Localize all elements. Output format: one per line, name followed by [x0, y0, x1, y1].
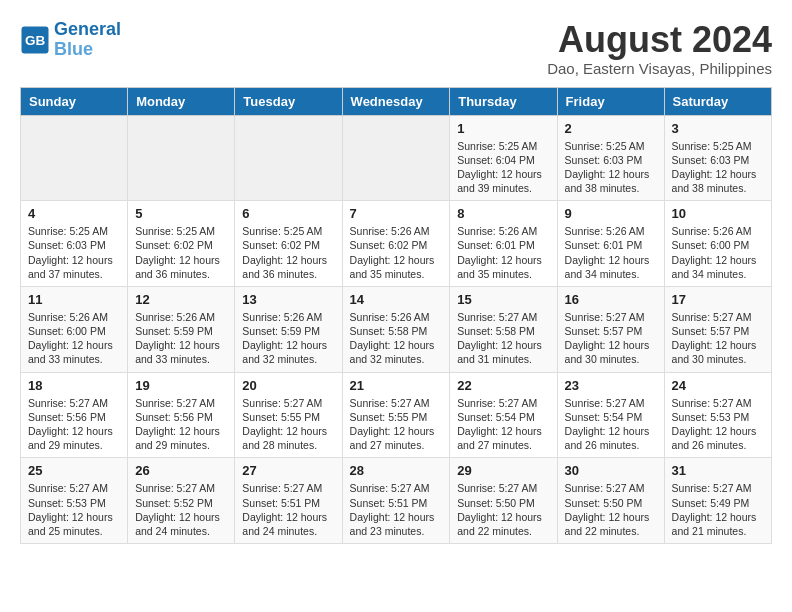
day-info: Sunrise: 5:27 AMSunset: 5:49 PMDaylight:…	[672, 481, 764, 538]
day-info: Sunrise: 5:27 AMSunset: 5:51 PMDaylight:…	[242, 481, 334, 538]
day-number: 18	[28, 378, 120, 393]
day-info: Sunrise: 5:27 AMSunset: 5:52 PMDaylight:…	[135, 481, 227, 538]
week-row-4: 18Sunrise: 5:27 AMSunset: 5:56 PMDayligh…	[21, 372, 772, 458]
calendar-cell: 3Sunrise: 5:25 AMSunset: 6:03 PMDaylight…	[664, 115, 771, 201]
day-number: 6	[242, 206, 334, 221]
day-number: 27	[242, 463, 334, 478]
calendar-cell: 21Sunrise: 5:27 AMSunset: 5:55 PMDayligh…	[342, 372, 450, 458]
day-info: Sunrise: 5:27 AMSunset: 5:56 PMDaylight:…	[28, 396, 120, 453]
page-header: GB GeneralBlue August 2024 Dao, Eastern …	[20, 20, 772, 77]
day-info: Sunrise: 5:26 AMSunset: 6:01 PMDaylight:…	[565, 224, 657, 281]
svg-text:GB: GB	[25, 32, 46, 47]
week-row-5: 25Sunrise: 5:27 AMSunset: 5:53 PMDayligh…	[21, 458, 772, 544]
day-number: 2	[565, 121, 657, 136]
day-info: Sunrise: 5:25 AMSunset: 6:03 PMDaylight:…	[565, 139, 657, 196]
logo: GB GeneralBlue	[20, 20, 121, 60]
day-info: Sunrise: 5:26 AMSunset: 5:59 PMDaylight:…	[135, 310, 227, 367]
day-number: 31	[672, 463, 764, 478]
header-monday: Monday	[128, 87, 235, 115]
day-number: 4	[28, 206, 120, 221]
location-subtitle: Dao, Eastern Visayas, Philippines	[547, 60, 772, 77]
calendar-cell	[235, 115, 342, 201]
calendar-cell: 2Sunrise: 5:25 AMSunset: 6:03 PMDaylight…	[557, 115, 664, 201]
day-info: Sunrise: 5:25 AMSunset: 6:03 PMDaylight:…	[28, 224, 120, 281]
day-info: Sunrise: 5:26 AMSunset: 6:02 PMDaylight:…	[350, 224, 443, 281]
day-number: 11	[28, 292, 120, 307]
week-row-3: 11Sunrise: 5:26 AMSunset: 6:00 PMDayligh…	[21, 286, 772, 372]
day-info: Sunrise: 5:26 AMSunset: 6:00 PMDaylight:…	[28, 310, 120, 367]
day-number: 24	[672, 378, 764, 393]
day-number: 29	[457, 463, 549, 478]
day-number: 14	[350, 292, 443, 307]
calendar-cell: 23Sunrise: 5:27 AMSunset: 5:54 PMDayligh…	[557, 372, 664, 458]
calendar-cell: 16Sunrise: 5:27 AMSunset: 5:57 PMDayligh…	[557, 286, 664, 372]
calendar-cell: 30Sunrise: 5:27 AMSunset: 5:50 PMDayligh…	[557, 458, 664, 544]
day-number: 3	[672, 121, 764, 136]
day-info: Sunrise: 5:27 AMSunset: 5:54 PMDaylight:…	[565, 396, 657, 453]
calendar-cell: 10Sunrise: 5:26 AMSunset: 6:00 PMDayligh…	[664, 201, 771, 287]
title-area: August 2024 Dao, Eastern Visayas, Philip…	[547, 20, 772, 77]
calendar-cell: 1Sunrise: 5:25 AMSunset: 6:04 PMDaylight…	[450, 115, 557, 201]
calendar-cell: 15Sunrise: 5:27 AMSunset: 5:58 PMDayligh…	[450, 286, 557, 372]
day-info: Sunrise: 5:27 AMSunset: 5:54 PMDaylight:…	[457, 396, 549, 453]
day-info: Sunrise: 5:27 AMSunset: 5:50 PMDaylight:…	[565, 481, 657, 538]
day-info: Sunrise: 5:27 AMSunset: 5:51 PMDaylight:…	[350, 481, 443, 538]
calendar-cell: 18Sunrise: 5:27 AMSunset: 5:56 PMDayligh…	[21, 372, 128, 458]
calendar-cell: 28Sunrise: 5:27 AMSunset: 5:51 PMDayligh…	[342, 458, 450, 544]
day-number: 25	[28, 463, 120, 478]
day-number: 30	[565, 463, 657, 478]
calendar-cell	[342, 115, 450, 201]
day-info: Sunrise: 5:27 AMSunset: 5:56 PMDaylight:…	[135, 396, 227, 453]
day-info: Sunrise: 5:25 AMSunset: 6:03 PMDaylight:…	[672, 139, 764, 196]
day-number: 1	[457, 121, 549, 136]
day-number: 21	[350, 378, 443, 393]
calendar-cell: 26Sunrise: 5:27 AMSunset: 5:52 PMDayligh…	[128, 458, 235, 544]
day-number: 26	[135, 463, 227, 478]
day-info: Sunrise: 5:26 AMSunset: 6:00 PMDaylight:…	[672, 224, 764, 281]
day-info: Sunrise: 5:25 AMSunset: 6:02 PMDaylight:…	[242, 224, 334, 281]
day-info: Sunrise: 5:27 AMSunset: 5:58 PMDaylight:…	[457, 310, 549, 367]
calendar-cell: 7Sunrise: 5:26 AMSunset: 6:02 PMDaylight…	[342, 201, 450, 287]
logo-text: GeneralBlue	[54, 20, 121, 60]
day-number: 5	[135, 206, 227, 221]
day-number: 15	[457, 292, 549, 307]
calendar-cell: 9Sunrise: 5:26 AMSunset: 6:01 PMDaylight…	[557, 201, 664, 287]
day-number: 8	[457, 206, 549, 221]
day-info: Sunrise: 5:26 AMSunset: 5:58 PMDaylight:…	[350, 310, 443, 367]
calendar-cell: 20Sunrise: 5:27 AMSunset: 5:55 PMDayligh…	[235, 372, 342, 458]
day-info: Sunrise: 5:27 AMSunset: 5:55 PMDaylight:…	[350, 396, 443, 453]
calendar-table: Sunday Monday Tuesday Wednesday Thursday…	[20, 87, 772, 544]
day-info: Sunrise: 5:27 AMSunset: 5:53 PMDaylight:…	[672, 396, 764, 453]
day-number: 9	[565, 206, 657, 221]
calendar-cell: 31Sunrise: 5:27 AMSunset: 5:49 PMDayligh…	[664, 458, 771, 544]
day-info: Sunrise: 5:26 AMSunset: 5:59 PMDaylight:…	[242, 310, 334, 367]
day-info: Sunrise: 5:27 AMSunset: 5:50 PMDaylight:…	[457, 481, 549, 538]
day-number: 20	[242, 378, 334, 393]
calendar-cell: 22Sunrise: 5:27 AMSunset: 5:54 PMDayligh…	[450, 372, 557, 458]
calendar-cell: 14Sunrise: 5:26 AMSunset: 5:58 PMDayligh…	[342, 286, 450, 372]
header-wednesday: Wednesday	[342, 87, 450, 115]
day-info: Sunrise: 5:27 AMSunset: 5:57 PMDaylight:…	[672, 310, 764, 367]
calendar-cell: 29Sunrise: 5:27 AMSunset: 5:50 PMDayligh…	[450, 458, 557, 544]
calendar-cell: 4Sunrise: 5:25 AMSunset: 6:03 PMDaylight…	[21, 201, 128, 287]
day-info: Sunrise: 5:25 AMSunset: 6:02 PMDaylight:…	[135, 224, 227, 281]
calendar-cell: 24Sunrise: 5:27 AMSunset: 5:53 PMDayligh…	[664, 372, 771, 458]
logo-icon: GB	[20, 25, 50, 55]
header-thursday: Thursday	[450, 87, 557, 115]
week-row-2: 4Sunrise: 5:25 AMSunset: 6:03 PMDaylight…	[21, 201, 772, 287]
week-row-1: 1Sunrise: 5:25 AMSunset: 6:04 PMDaylight…	[21, 115, 772, 201]
header-sunday: Sunday	[21, 87, 128, 115]
calendar-cell: 27Sunrise: 5:27 AMSunset: 5:51 PMDayligh…	[235, 458, 342, 544]
calendar-cell: 11Sunrise: 5:26 AMSunset: 6:00 PMDayligh…	[21, 286, 128, 372]
header-tuesday: Tuesday	[235, 87, 342, 115]
month-year-title: August 2024	[547, 20, 772, 60]
header-saturday: Saturday	[664, 87, 771, 115]
calendar-cell	[128, 115, 235, 201]
day-number: 16	[565, 292, 657, 307]
calendar-cell: 25Sunrise: 5:27 AMSunset: 5:53 PMDayligh…	[21, 458, 128, 544]
calendar-cell: 12Sunrise: 5:26 AMSunset: 5:59 PMDayligh…	[128, 286, 235, 372]
day-info: Sunrise: 5:27 AMSunset: 5:55 PMDaylight:…	[242, 396, 334, 453]
day-number: 12	[135, 292, 227, 307]
day-number: 7	[350, 206, 443, 221]
calendar-cell: 8Sunrise: 5:26 AMSunset: 6:01 PMDaylight…	[450, 201, 557, 287]
